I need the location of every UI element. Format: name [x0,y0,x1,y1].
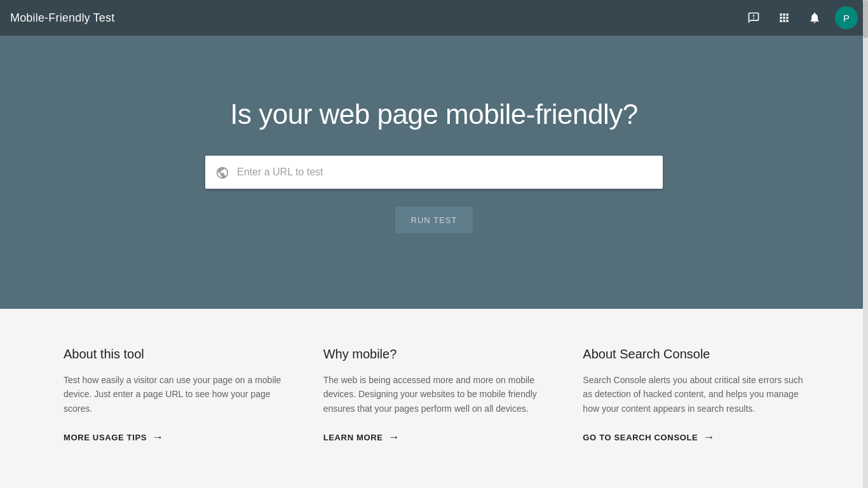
apps-icon [778,11,790,24]
run-test-button[interactable]: RUN TEST [395,207,472,233]
feedback-icon [747,11,760,24]
hero-section: Is your web page mobile-friendly? RUN TE… [0,36,868,309]
arrow-right-icon-3: → [703,431,715,444]
notifications-button[interactable] [802,5,827,30]
why-mobile-column: Why mobile? The web is being accessed mo… [323,347,545,444]
feedback-button[interactable] [741,5,766,30]
learn-more-link[interactable]: LEARN MORE → [323,431,400,444]
scrollbar-thumb[interactable] [863,0,868,38]
hero-title: Is your web page mobile-friendly? [230,98,637,130]
user-avatar-button[interactable]: P [835,6,858,29]
search-console-desc: Search Console alerts you about critical… [583,373,804,416]
url-input[interactable] [237,166,653,178]
about-tool-desc: Test how easily a visitor can use your p… [64,373,285,416]
search-console-title: About Search Console [583,347,804,362]
more-usage-tips-label: MORE USAGE TIPS [64,433,147,442]
arrow-right-icon-2: → [388,431,400,444]
more-usage-tips-link[interactable]: MORE USAGE TIPS → [64,431,164,444]
why-mobile-desc: The web is being accessed more and more … [323,373,545,416]
url-form [205,156,663,189]
avatar-label: P [843,13,850,24]
about-tool-title: About this tool [64,347,285,362]
learn-more-label: LEARN MORE [323,433,383,442]
go-to-search-console-label: GO TO SEARCH CONSOLE [583,433,698,442]
notifications-icon [808,11,821,24]
content-section: About this tool Test how easily a visito… [0,309,868,488]
apps-button[interactable] [771,5,797,30]
go-to-search-console-link[interactable]: GO TO SEARCH CONSOLE → [583,431,715,444]
why-mobile-title: Why mobile? [323,347,545,362]
arrow-right-icon: → [152,431,164,444]
topnav: Mobile-Friendly Test P [0,0,868,36]
search-console-column: About Search Console Search Console aler… [583,347,804,444]
about-tool-column: About this tool Test how easily a visito… [64,347,285,444]
scrollbar-track[interactable] [863,0,868,488]
globe-icon [215,165,229,180]
nav-icons: P [741,5,858,30]
app-title: Mobile-Friendly Test [10,11,741,25]
